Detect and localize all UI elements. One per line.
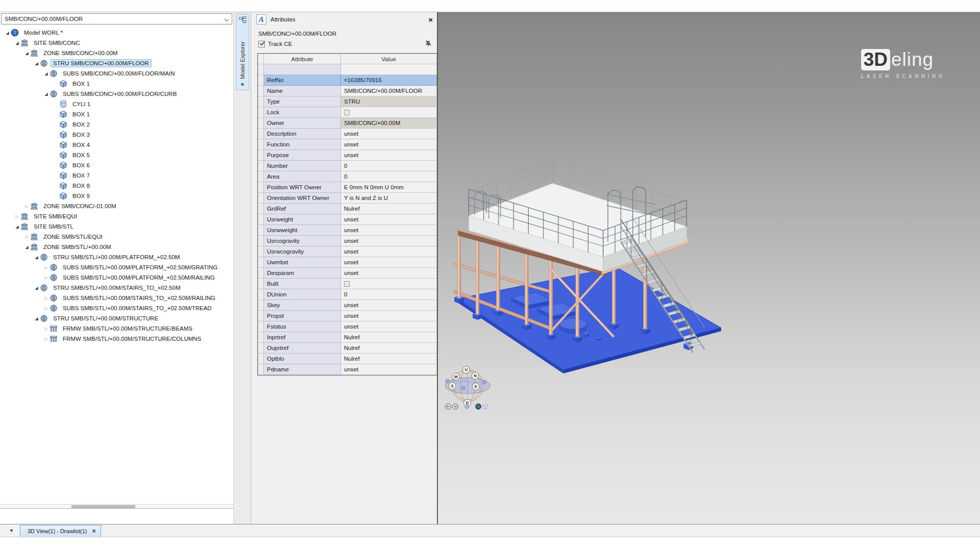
attribute-name-cell[interactable]: Type: [264, 96, 341, 107]
view-forward-button[interactable]: [452, 404, 458, 409]
attribute-value-cell[interactable]: unset: [341, 246, 437, 257]
orthographic-cube-button[interactable]: [483, 404, 488, 409]
row-header-cell[interactable]: [258, 300, 264, 311]
value-column-header[interactable]: Value: [341, 54, 437, 64]
tree-item-label[interactable]: Model WORL *: [21, 29, 65, 37]
tree-item-label[interactable]: ZONE SMB/CONC/+00.00M: [41, 49, 120, 57]
row-header-cell[interactable]: [258, 193, 264, 204]
unpin-icon[interactable]: [425, 40, 432, 48]
tree-item[interactable]: BOX 3: [0, 130, 233, 140]
tree-item[interactable]: BOX 6: [0, 160, 233, 170]
expander-icon[interactable]: ◢: [33, 255, 40, 260]
perspective-globe-button[interactable]: [476, 404, 481, 409]
tree-item[interactable]: BOX 1: [0, 109, 233, 119]
attribute-value-cell[interactable]: SMB/CONC/+00.00M: [341, 118, 437, 129]
attribute-name-cell[interactable]: Function: [264, 139, 341, 150]
tree-item[interactable]: ▷SUBS SMB/STL/+00.00M/PLATFORM_+02.50M/G…: [0, 262, 233, 272]
row-header-cell[interactable]: [258, 96, 264, 107]
attribute-name-cell[interactable]: Number: [264, 161, 341, 171]
tree-item-label[interactable]: BOX 2: [70, 120, 92, 129]
attribute-name-cell[interactable]: DUnion: [264, 289, 341, 300]
tree-item-label[interactable]: BOX 5: [70, 151, 92, 159]
tree-item-label[interactable]: STRU SMB/CONC/+00.00M/FLOOR: [51, 59, 152, 67]
tab-close-button[interactable]: ×: [92, 528, 95, 535]
tree-item[interactable]: ◢STRU SMB/STL/+00.00M/STRUCTURE: [0, 313, 233, 323]
tab-list-dropdown[interactable]: ▼: [9, 528, 14, 533]
value-checkbox[interactable]: [344, 281, 350, 287]
tree-item[interactable]: BOX 8: [0, 181, 233, 191]
tree-item[interactable]: ▷SUBS SMB/STL/+00.00M/PLATFORM_+02.50M/R…: [0, 272, 233, 283]
attribute-value-cell[interactable]: unset: [341, 257, 437, 268]
tree-item-label[interactable]: FRMW SMB/STL/+00.00M/STRUCTURE/COLUMNS: [60, 335, 204, 343]
tree-item-label[interactable]: STRU SMB/STL/+00.00M/STAIRS_TO_+02.50M: [51, 284, 183, 292]
tree-item-label[interactable]: SUBS SMB/STL/+00.00M/STAIRS_TO_+02.50M/T…: [60, 304, 214, 312]
tree-item[interactable]: ▷ZONE SMB/CONC/-01.00M: [0, 201, 233, 211]
expander-icon[interactable]: ◢: [14, 224, 20, 229]
tree-item[interactable]: BOX 4: [0, 140, 233, 150]
expander-icon[interactable]: ◢: [33, 61, 40, 66]
tree-item-label[interactable]: SITE SMB/EQUI: [31, 212, 80, 220]
row-header-cell[interactable]: [258, 118, 264, 129]
attribute-value-cell[interactable]: unset: [341, 129, 437, 139]
attribute-value-cell[interactable]: unset: [341, 214, 437, 225]
tree-item-label[interactable]: ZONE SMB/STL/EQUI: [41, 233, 105, 241]
tree-item-label[interactable]: BOX 1: [70, 80, 92, 88]
row-header-cell[interactable]: [258, 225, 264, 236]
tree-item-label[interactable]: STRU SMB/STL/+00.00M/PLATFORM_+02.50M: [51, 253, 182, 261]
attributes-close-button[interactable]: ×: [428, 15, 433, 24]
navigation-compass[interactable]: UWNSED: [445, 366, 491, 407]
attribute-value-cell[interactable]: unset: [341, 311, 437, 321]
attribute-value-cell[interactable]: [341, 279, 437, 289]
row-header-cell[interactable]: [258, 150, 264, 161]
track-ce-checkbox[interactable]: [258, 41, 265, 47]
tree-item-label[interactable]: BOX 7: [70, 171, 92, 180]
attribute-value-cell[interactable]: unset: [341, 150, 437, 161]
attribute-name-cell[interactable]: Optblo: [264, 354, 341, 364]
attribute-name-cell[interactable]: Usrwweight: [264, 225, 341, 236]
attribute-value-cell[interactable]: Y is N and Z is U: [341, 193, 437, 204]
scrollbar-thumb[interactable]: [71, 505, 135, 508]
compass-n-node[interactable]: N: [472, 372, 479, 380]
expander-icon[interactable]: ▷: [23, 204, 30, 209]
attribute-value-cell[interactable]: unset: [341, 300, 437, 311]
tree-item[interactable]: ▷FRMW SMB/STL/+00.00M/STRUCTURE/BEAMS: [0, 323, 233, 334]
attribute-value-cell[interactable]: Nulref: [341, 354, 437, 364]
row-header-cell[interactable]: [258, 182, 264, 193]
row-header-cell[interactable]: [258, 246, 264, 257]
attribute-value-cell[interactable]: Nulref: [341, 332, 437, 343]
tree-item[interactable]: ▷SITE SMB/EQUI: [0, 211, 233, 221]
tree-item-label[interactable]: SUBS SMB/CONC/+00.00M/FLOOR/MAIN: [60, 69, 178, 78]
attribute-name-cell[interactable]: Built: [264, 279, 341, 289]
attribute-name-cell[interactable]: Orientation WRT Owner: [264, 193, 341, 204]
attribute-value-cell[interactable]: [341, 107, 437, 118]
expander-icon[interactable]: ▷: [43, 337, 50, 341]
chevron-down-icon[interactable]: [224, 17, 229, 21]
row-header-cell[interactable]: [258, 129, 264, 139]
attribute-name-cell[interactable]: Description: [264, 129, 341, 139]
tree-item[interactable]: ◢SITE SMB/STL: [0, 221, 233, 232]
tree-item[interactable]: BOX 7: [0, 170, 233, 181]
nav-mode-dot[interactable]: [465, 404, 470, 409]
attribute-column-header[interactable]: Attribute: [264, 54, 341, 64]
row-header-cell[interactable]: [258, 311, 264, 321]
row-header-cell[interactable]: [258, 321, 264, 332]
expander-icon[interactable]: ◢: [14, 41, 20, 45]
tree-item[interactable]: ◢SITE SMB/CONC: [0, 38, 233, 48]
tree-item-label[interactable]: BOX 6: [70, 161, 92, 169]
row-header-cell[interactable]: [258, 289, 264, 300]
attribute-value-cell[interactable]: 0: [341, 171, 437, 182]
attribute-value-cell[interactable]: unset: [341, 225, 437, 236]
row-header-cell[interactable]: [258, 75, 264, 86]
attribute-value-cell[interactable]: =16385/70916: [341, 75, 437, 86]
tree-item[interactable]: BOX 1: [0, 79, 233, 89]
tree-item[interactable]: BOX 9: [0, 191, 233, 201]
compass-s-node[interactable]: S: [449, 383, 456, 390]
expander-icon[interactable]: ◢: [4, 31, 11, 35]
tree-item[interactable]: ◢SUBS SMB/CONC/+00.00M/FLOOR/MAIN: [0, 68, 233, 79]
attribute-name-cell[interactable]: GrdRef: [264, 204, 341, 214]
attribute-value-cell[interactable]: unset: [341, 139, 437, 150]
tree-item-label[interactable]: SITE SMB/CONC: [31, 39, 83, 47]
tree-item[interactable]: ▷ZONE SMB/STL/EQUI: [0, 232, 233, 242]
expander-icon[interactable]: ◢: [23, 245, 30, 249]
expander-icon[interactable]: ◢: [33, 316, 40, 321]
